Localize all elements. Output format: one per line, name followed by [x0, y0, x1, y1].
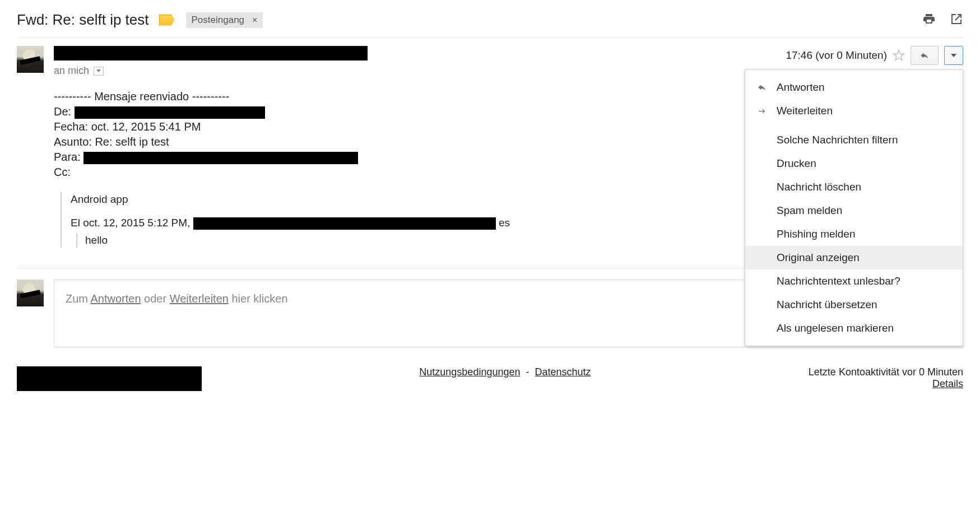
forward-to-redacted	[83, 152, 358, 164]
menu-forward-label: Weiterleiten	[777, 105, 833, 117]
important-tag-icon[interactable]	[159, 15, 175, 26]
message-timestamp: 17:46 (vor 0 Minuten)	[786, 49, 887, 62]
menu-print[interactable]: Drucken	[745, 152, 963, 175]
activity-text: Letzte Kontoaktivität vor 0 Minuten	[809, 366, 963, 378]
chevron-down-icon	[951, 54, 956, 57]
menu-phishing[interactable]: Phishing melden	[745, 222, 963, 246]
footer-activity: Letzte Kontoaktivität vor 0 Minuten Deta…	[809, 366, 963, 390]
chevron-down-icon	[96, 69, 101, 72]
privacy-link[interactable]: Datenschutz	[535, 366, 591, 378]
recipient-text: an mich	[54, 65, 89, 77]
inbox-label-chip[interactable]: Posteingang ×	[186, 12, 263, 28]
menu-delete-label: Nachricht löschen	[777, 181, 861, 193]
star-icon[interactable]	[893, 49, 905, 62]
menu-filter-label: Solche Nachrichten filtern	[777, 134, 898, 146]
forward-from-label: De:	[54, 105, 71, 118]
menu-show-original-label: Original anzeigen	[777, 252, 860, 264]
email-subject: Fwd: Re: selft ip test	[17, 11, 149, 29]
inbox-label-text: Posteingang	[192, 15, 245, 26]
quoted-author-redacted	[193, 217, 496, 230]
menu-show-original[interactable]: Original anzeigen	[745, 246, 963, 269]
sender-avatar[interactable]	[17, 46, 44, 73]
forward-arrow-icon	[755, 107, 769, 115]
open-new-window-icon[interactable]	[950, 12, 963, 28]
footer-links: Nutzungsbedingungen - Datenschutz	[213, 366, 797, 378]
menu-garbled-label: Nachrichtentext unlesbar?	[777, 275, 900, 287]
menu-spam-label: Spam melden	[777, 204, 842, 217]
reply-arrow-icon	[755, 83, 769, 92]
forward-from-redacted	[75, 106, 265, 119]
print-icon[interactable]	[922, 12, 936, 28]
more-actions-menu: Antworten Weiterleiten Solche Nachrichte…	[745, 69, 963, 346]
menu-print-label: Drucken	[777, 157, 816, 170]
nested-quote-text: hello	[85, 234, 108, 246]
menu-mark-unread[interactable]: Als ungelesen markieren	[745, 317, 963, 340]
self-avatar[interactable]	[17, 280, 44, 306]
message-meta: 17:46 (vor 0 Minuten) Antworten Weiterle…	[786, 46, 963, 65]
menu-delete[interactable]: Nachricht löschen	[745, 175, 963, 199]
show-details-toggle[interactable]	[94, 67, 104, 76]
menu-mark-unread-label: Als ungelesen markieren	[777, 322, 894, 334]
footer-redacted	[17, 366, 202, 391]
menu-phishing-label: Phishing melden	[777, 228, 855, 240]
menu-reply[interactable]: Antworten	[745, 76, 963, 99]
sender-name-redacted	[54, 46, 368, 61]
remove-label-icon[interactable]: ×	[252, 15, 257, 25]
footer: Nutzungsbedingungen - Datenschutz Letzte…	[17, 366, 963, 391]
terms-link[interactable]: Nutzungsbedingungen	[419, 366, 520, 378]
inline-reply-link[interactable]: Antworten	[90, 292, 141, 305]
inline-forward-link[interactable]: Weiterleiten	[170, 292, 229, 305]
forward-to-label: Para:	[54, 151, 81, 163]
svg-marker-0	[894, 50, 904, 60]
menu-reply-label: Antworten	[777, 81, 825, 94]
subject-header: Fwd: Re: selft ip test Posteingang ×	[17, 11, 963, 38]
menu-garbled[interactable]: Nachrichtentext unlesbar?	[745, 269, 963, 293]
menu-translate[interactable]: Nachricht übersetzen	[745, 293, 963, 317]
menu-filter[interactable]: Solche Nachrichten filtern	[745, 128, 963, 152]
menu-translate-label: Nachricht übersetzen	[777, 299, 877, 311]
message-container: 17:46 (vor 0 Minuten) Antworten Weiterle…	[17, 38, 963, 248]
activity-details-link[interactable]: Details	[932, 378, 963, 389]
menu-forward[interactable]: Weiterleiten	[745, 99, 963, 123]
more-actions-button[interactable]	[944, 46, 963, 65]
menu-spam[interactable]: Spam melden	[745, 199, 963, 222]
reply-button[interactable]	[911, 46, 939, 65]
